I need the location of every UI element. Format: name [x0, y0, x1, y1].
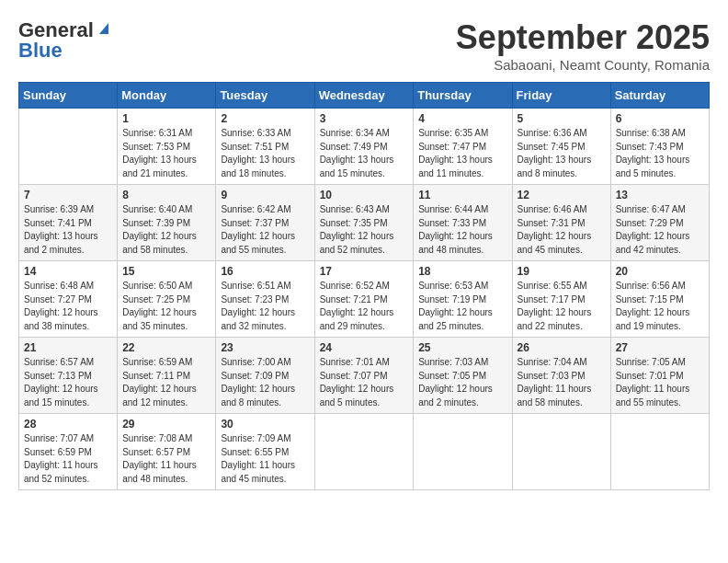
- calendar-week-row: 7Sunrise: 6:39 AMSunset: 7:41 PMDaylight…: [19, 185, 710, 261]
- day-info: Sunrise: 7:07 AMSunset: 6:59 PMDaylight:…: [24, 432, 112, 486]
- logo-blue-text: Blue: [18, 39, 63, 63]
- day-number: 17: [320, 265, 409, 278]
- calendar-cell: 6Sunrise: 6:38 AMSunset: 7:43 PMDaylight…: [610, 109, 709, 185]
- page-header: General Blue September 2025 Sabaoani, Ne…: [18, 18, 710, 73]
- day-number: 15: [122, 265, 210, 278]
- calendar-cell: 19Sunrise: 6:55 AMSunset: 7:17 PMDayligh…: [512, 261, 610, 338]
- calendar-cell: 11Sunrise: 6:44 AMSunset: 7:33 PMDayligh…: [414, 185, 512, 261]
- calendar-cell: 18Sunrise: 6:53 AMSunset: 7:19 PMDayligh…: [414, 261, 512, 338]
- day-info: Sunrise: 7:01 AMSunset: 7:07 PMDaylight:…: [320, 356, 409, 409]
- calendar-table: SundayMondayTuesdayWednesdayThursdayFrid…: [18, 82, 710, 490]
- day-info: Sunrise: 7:00 AMSunset: 7:09 PMDaylight:…: [221, 356, 309, 409]
- day-number: 5: [518, 112, 606, 125]
- calendar-cell: [512, 414, 610, 490]
- day-number: 26: [518, 341, 606, 354]
- calendar-cell: 21Sunrise: 6:57 AMSunset: 7:13 PMDayligh…: [19, 338, 118, 414]
- day-number: 16: [221, 265, 309, 278]
- day-info: Sunrise: 7:04 AMSunset: 7:03 PMDaylight:…: [518, 356, 606, 409]
- weekday-header-saturday: Saturday: [610, 83, 709, 109]
- weekday-header-monday: Monday: [118, 83, 216, 109]
- weekday-header-thursday: Thursday: [414, 83, 512, 109]
- calendar-cell: 20Sunrise: 6:56 AMSunset: 7:15 PMDayligh…: [610, 261, 709, 338]
- day-info: Sunrise: 6:44 AMSunset: 7:33 PMDaylight:…: [418, 203, 506, 257]
- day-info: Sunrise: 6:39 AMSunset: 7:41 PMDaylight:…: [24, 203, 112, 257]
- day-info: Sunrise: 6:55 AMSunset: 7:17 PMDaylight:…: [518, 280, 606, 333]
- day-number: 13: [616, 189, 704, 201]
- day-info: Sunrise: 7:03 AMSunset: 7:05 PMDaylight:…: [418, 356, 506, 409]
- logo-arrow-icon: [96, 21, 110, 36]
- calendar-cell: 16Sunrise: 6:51 AMSunset: 7:23 PMDayligh…: [216, 261, 314, 338]
- calendar-week-row: 1Sunrise: 6:31 AMSunset: 7:53 PMDaylight…: [19, 109, 710, 185]
- calendar-cell: [314, 414, 414, 490]
- calendar-cell: 1Sunrise: 6:31 AMSunset: 7:53 PMDaylight…: [118, 109, 216, 185]
- calendar-cell: 7Sunrise: 6:39 AMSunset: 7:41 PMDaylight…: [19, 185, 118, 261]
- calendar-cell: 27Sunrise: 7:05 AMSunset: 7:01 PMDayligh…: [610, 338, 709, 414]
- day-number: 7: [24, 189, 112, 201]
- calendar-cell: 23Sunrise: 7:00 AMSunset: 7:09 PMDayligh…: [216, 338, 314, 414]
- calendar-cell: 9Sunrise: 6:42 AMSunset: 7:37 PMDaylight…: [216, 185, 314, 261]
- day-number: 18: [418, 265, 506, 278]
- day-number: 9: [221, 189, 309, 201]
- day-info: Sunrise: 7:05 AMSunset: 7:01 PMDaylight:…: [616, 356, 704, 409]
- calendar-header-row: SundayMondayTuesdayWednesdayThursdayFrid…: [19, 83, 710, 109]
- calendar-week-row: 14Sunrise: 6:48 AMSunset: 7:27 PMDayligh…: [19, 261, 710, 338]
- calendar-cell: 17Sunrise: 6:52 AMSunset: 7:21 PMDayligh…: [314, 261, 414, 338]
- day-number: 23: [221, 341, 309, 354]
- calendar-week-row: 28Sunrise: 7:07 AMSunset: 6:59 PMDayligh…: [19, 414, 710, 490]
- location-subtitle: Sabaoani, Neamt County, Romania: [456, 57, 710, 73]
- day-info: Sunrise: 6:43 AMSunset: 7:35 PMDaylight:…: [320, 203, 409, 257]
- day-number: 6: [616, 112, 704, 125]
- day-number: 14: [24, 265, 112, 278]
- calendar-cell: [610, 414, 709, 490]
- day-info: Sunrise: 6:46 AMSunset: 7:31 PMDaylight:…: [518, 203, 606, 257]
- calendar-cell: 15Sunrise: 6:50 AMSunset: 7:25 PMDayligh…: [118, 261, 216, 338]
- day-number: 20: [616, 265, 704, 278]
- day-info: Sunrise: 6:31 AMSunset: 7:53 PMDaylight:…: [122, 127, 210, 180]
- day-info: Sunrise: 6:57 AMSunset: 7:13 PMDaylight:…: [24, 356, 112, 409]
- calendar-cell: 12Sunrise: 6:46 AMSunset: 7:31 PMDayligh…: [512, 185, 610, 261]
- calendar-cell: 14Sunrise: 6:48 AMSunset: 7:27 PMDayligh…: [19, 261, 118, 338]
- calendar-cell: [414, 414, 512, 490]
- calendar-cell: 24Sunrise: 7:01 AMSunset: 7:07 PMDayligh…: [314, 338, 414, 414]
- calendar-cell: 30Sunrise: 7:09 AMSunset: 6:55 PMDayligh…: [216, 414, 314, 490]
- day-number: 10: [320, 189, 409, 201]
- day-number: 24: [320, 341, 409, 354]
- calendar-cell: 10Sunrise: 6:43 AMSunset: 7:35 PMDayligh…: [314, 185, 414, 261]
- day-info: Sunrise: 7:09 AMSunset: 6:55 PMDaylight:…: [221, 432, 309, 486]
- day-number: 29: [122, 418, 210, 431]
- day-info: Sunrise: 6:56 AMSunset: 7:15 PMDaylight:…: [616, 280, 704, 333]
- title-block: September 2025 Sabaoani, Neamt County, R…: [456, 18, 710, 73]
- day-number: 25: [418, 341, 506, 354]
- day-number: 19: [518, 265, 606, 278]
- calendar-cell: 5Sunrise: 6:36 AMSunset: 7:45 PMDaylight…: [512, 109, 610, 185]
- day-number: 3: [320, 112, 409, 125]
- weekday-header-friday: Friday: [512, 83, 610, 109]
- calendar-cell: [19, 109, 118, 185]
- day-number: 27: [616, 341, 704, 354]
- day-info: Sunrise: 6:59 AMSunset: 7:11 PMDaylight:…: [122, 356, 210, 409]
- day-info: Sunrise: 6:35 AMSunset: 7:47 PMDaylight:…: [418, 127, 506, 180]
- day-info: Sunrise: 6:53 AMSunset: 7:19 PMDaylight:…: [418, 280, 506, 333]
- day-info: Sunrise: 6:38 AMSunset: 7:43 PMDaylight:…: [616, 127, 704, 180]
- day-number: 30: [221, 418, 309, 431]
- day-info: Sunrise: 6:33 AMSunset: 7:51 PMDaylight:…: [221, 127, 309, 180]
- calendar-cell: 26Sunrise: 7:04 AMSunset: 7:03 PMDayligh…: [512, 338, 610, 414]
- calendar-cell: 29Sunrise: 7:08 AMSunset: 6:57 PMDayligh…: [118, 414, 216, 490]
- weekday-header-sunday: Sunday: [19, 83, 118, 109]
- day-info: Sunrise: 6:50 AMSunset: 7:25 PMDaylight:…: [122, 280, 210, 333]
- logo: General Blue: [18, 18, 110, 63]
- day-number: 28: [24, 418, 112, 431]
- day-number: 22: [122, 341, 210, 354]
- day-number: 12: [518, 189, 606, 201]
- weekday-header-wednesday: Wednesday: [314, 83, 414, 109]
- calendar-cell: 22Sunrise: 6:59 AMSunset: 7:11 PMDayligh…: [118, 338, 216, 414]
- day-info: Sunrise: 6:51 AMSunset: 7:23 PMDaylight:…: [221, 280, 309, 333]
- day-info: Sunrise: 6:47 AMSunset: 7:29 PMDaylight:…: [616, 203, 704, 257]
- calendar-cell: 3Sunrise: 6:34 AMSunset: 7:49 PMDaylight…: [314, 109, 414, 185]
- day-number: 2: [221, 112, 309, 125]
- day-info: Sunrise: 6:36 AMSunset: 7:45 PMDaylight:…: [518, 127, 606, 180]
- weekday-header-tuesday: Tuesday: [216, 83, 314, 109]
- day-info: Sunrise: 7:08 AMSunset: 6:57 PMDaylight:…: [122, 432, 210, 486]
- calendar-cell: 28Sunrise: 7:07 AMSunset: 6:59 PMDayligh…: [19, 414, 118, 490]
- svg-marker-0: [99, 23, 108, 34]
